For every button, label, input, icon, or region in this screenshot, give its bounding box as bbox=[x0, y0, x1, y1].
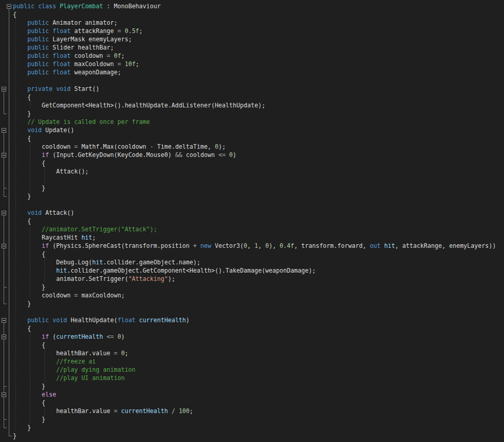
code-line[interactable]: public class PlayerCombat : MonoBehaviou… bbox=[0, 2, 504, 10]
code-line[interactable]: GetComponent<Health>().healthUpdate.AddL… bbox=[0, 101, 504, 109]
code-line[interactable]: { bbox=[0, 134, 504, 143]
code-token: } bbox=[42, 416, 45, 423]
code-line[interactable]: public Animator animator; bbox=[0, 19, 504, 27]
code-line[interactable]: // Update is called once per frame bbox=[0, 118, 504, 126]
code-line[interactable]: //freeze ai bbox=[0, 357, 504, 366]
code-line[interactable]: } bbox=[0, 415, 504, 423]
code-token: public bbox=[27, 19, 53, 26]
code-line[interactable]: Debug.Log(hit.collider.gameObject.name); bbox=[0, 258, 504, 266]
code-line[interactable]: } bbox=[0, 283, 504, 291]
code-token: { bbox=[27, 325, 31, 332]
code-token: { bbox=[42, 399, 45, 406]
code-line[interactable]: { bbox=[0, 159, 504, 167]
code-line[interactable]: healthBar.value = currentHealth / 100; bbox=[0, 407, 504, 415]
code-line[interactable]: if (currentHealth <= 0) bbox=[0, 333, 504, 341]
code-token: = bbox=[117, 27, 124, 35]
code-area[interactable]: public class PlayerCombat : MonoBehaviou… bbox=[0, 2, 504, 440]
code-token: public bbox=[13, 3, 38, 10]
code-token: { bbox=[42, 250, 45, 258]
code-token: currentHealth bbox=[139, 317, 186, 324]
code-token: } bbox=[27, 424, 31, 431]
code-line[interactable]: public float maxCooldown = 10f; bbox=[0, 60, 504, 68]
code-line[interactable]: animator.SetTrigger("Attacking"); bbox=[0, 275, 504, 283]
code-token: , bbox=[258, 242, 265, 249]
code-token: = bbox=[114, 350, 121, 357]
code-token: float bbox=[53, 69, 74, 76]
code-line[interactable] bbox=[0, 76, 504, 85]
code-token: } bbox=[13, 432, 17, 439]
code-line[interactable]: public void HealthUpdate(float currentHe… bbox=[0, 316, 504, 324]
code-token: animator.SetTrigger( bbox=[56, 275, 129, 282]
code-line[interactable]: } bbox=[0, 432, 504, 440]
code-line[interactable]: } bbox=[0, 184, 504, 192]
code-token: (Physics.SphereCast(transform.position bbox=[53, 242, 193, 249]
code-line[interactable] bbox=[0, 200, 504, 209]
code-token: weaponDamage; bbox=[74, 69, 121, 76]
code-token: //play UI animation bbox=[56, 374, 125, 382]
code-token: = bbox=[117, 60, 124, 68]
code-token: currentHealth bbox=[121, 407, 171, 415]
code-token: 0.5f bbox=[124, 27, 139, 35]
code-line[interactable]: { bbox=[0, 324, 504, 333]
code-token: 0f bbox=[114, 52, 121, 59]
code-line[interactable]: { bbox=[0, 217, 504, 225]
code-line[interactable] bbox=[0, 176, 504, 184]
code-line[interactable]: } bbox=[0, 192, 504, 200]
code-token: <= bbox=[218, 151, 229, 159]
code-token: hit bbox=[92, 259, 103, 266]
code-token: hit bbox=[384, 242, 395, 249]
code-line[interactable]: else bbox=[0, 390, 504, 399]
code-line[interactable]: { bbox=[0, 93, 504, 101]
code-line[interactable]: private void Start() bbox=[0, 85, 504, 93]
code-line[interactable]: healthBar.value = 0; bbox=[0, 349, 504, 357]
code-token: ) bbox=[186, 317, 190, 324]
code-line[interactable]: //play UI animation bbox=[0, 374, 504, 382]
code-line[interactable]: { bbox=[0, 10, 504, 19]
code-line[interactable]: Attack(); bbox=[0, 167, 504, 176]
code-line[interactable]: public LayerMask enemyLayers; bbox=[0, 35, 504, 43]
code-line[interactable]: cooldown = Mathf.Max(cooldown - Time.del… bbox=[0, 143, 504, 151]
code-token: Vector3( bbox=[215, 242, 244, 249]
code-token: Debug.Log( bbox=[56, 259, 92, 266]
code-token: { bbox=[27, 135, 31, 142]
code-token: } bbox=[27, 110, 31, 117]
code-line[interactable]: //play dying animation bbox=[0, 366, 504, 374]
code-token: public bbox=[27, 60, 53, 68]
code-line[interactable]: hit.collider.gameObject.GetComponent<Hea… bbox=[0, 266, 504, 275]
code-line[interactable]: public float attackRange = 0.5f; bbox=[0, 27, 504, 35]
code-line[interactable]: cooldown = maxCooldown; bbox=[0, 291, 504, 299]
code-token: , attackRange, enemyLayers)) bbox=[395, 242, 496, 249]
code-line[interactable]: } bbox=[0, 382, 504, 390]
code-token: if bbox=[42, 242, 53, 249]
code-line[interactable]: public Slider healthBar; bbox=[0, 43, 504, 52]
code-line[interactable]: void Attack() bbox=[0, 209, 504, 217]
code-token: } bbox=[42, 383, 45, 390]
code-token: GetComponent<Health>().healthUpdate.AddL… bbox=[42, 102, 265, 109]
code-line[interactable]: RaycastHit hit; bbox=[0, 233, 504, 242]
code-line[interactable]: } bbox=[0, 109, 504, 118]
code-line[interactable] bbox=[0, 308, 504, 316]
code-token: ) bbox=[121, 333, 124, 340]
code-line[interactable]: { bbox=[0, 399, 504, 407]
code-line[interactable]: //animator.SetTrigger("Attack"); bbox=[0, 225, 504, 233]
code-line[interactable]: } bbox=[0, 423, 504, 432]
code-line[interactable]: } bbox=[0, 299, 504, 308]
code-line[interactable]: void Update() bbox=[0, 126, 504, 134]
code-token: public bbox=[27, 36, 53, 43]
code-token: Slider healthBar; bbox=[53, 44, 114, 51]
code-token: "Attacking" bbox=[128, 275, 168, 282]
code-token: public bbox=[27, 27, 53, 35]
code-line[interactable]: { bbox=[0, 341, 504, 349]
code-line[interactable]: { bbox=[0, 250, 504, 258]
code-token: { bbox=[42, 160, 45, 167]
code-line[interactable]: if (Physics.SphereCast(transform.positio… bbox=[0, 242, 504, 250]
code-token: private bbox=[27, 85, 56, 92]
code-token: //animator.SetTrigger("Attack"); bbox=[42, 226, 157, 233]
code-token: 0 bbox=[265, 242, 269, 249]
code-line[interactable]: public float cooldown = 0f; bbox=[0, 52, 504, 60]
code-line[interactable]: public float weaponDamage; bbox=[0, 68, 504, 76]
code-line[interactable]: if (Input.GetKeyDown(KeyCode.Mouse0) && … bbox=[0, 151, 504, 159]
code-token: Mathf.Max(cooldown bbox=[82, 143, 150, 150]
code-token: cooldown bbox=[186, 151, 218, 159]
code-token: { bbox=[27, 217, 31, 225]
